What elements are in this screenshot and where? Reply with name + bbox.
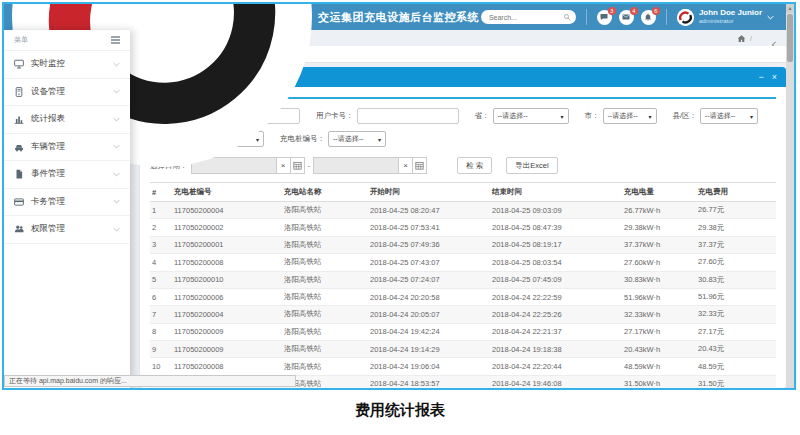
user-avatar: [677, 9, 694, 26]
table-cell: 2018-04-25 09:03:09: [490, 202, 622, 219]
sidebar-item-label: 卡务管理: [31, 196, 106, 208]
sidebar-item-card-management[interactable]: 卡务管理: [4, 189, 130, 217]
table-cell: 2018-04-24 19:18:38: [490, 341, 622, 358]
table-cell: 2018-04-24 20:20:58: [368, 288, 490, 305]
table-cell: 27.17kW·h: [622, 323, 696, 340]
table-cell: 51.96kW·h: [622, 288, 696, 305]
header-divider: [666, 9, 667, 25]
status-message: 正在等待 api.map.baidu.com 的响应...: [4, 375, 296, 387]
mail-button[interactable]: 4: [619, 10, 634, 25]
table-row: 9117050200009洛阳高铁站2018-04-24 19:14:29201…: [150, 341, 776, 358]
table-cell: 117050200009: [172, 323, 282, 340]
table-cell: 3: [150, 236, 172, 253]
table-cell: 2018-04-25 07:49:36: [368, 236, 490, 253]
table-cell: 117050200004: [172, 202, 282, 219]
table-cell: 洛阳高铁站: [282, 271, 368, 288]
bar-chart-icon: [14, 114, 24, 124]
table-cell: 30.83kW·h: [622, 271, 696, 288]
car-icon: [14, 142, 24, 152]
table-cell: 洛阳高铁站: [282, 219, 368, 236]
sidebar-item-vehicle-management[interactable]: 车辆管理: [4, 134, 130, 162]
table-row: 5117050200010洛阳高铁站2018-04-25 07:24:07201…: [150, 271, 776, 288]
table-cell: 2018-04-24 19:14:29: [368, 341, 490, 358]
column-header: #: [150, 183, 172, 202]
chevron-down-icon: [113, 144, 120, 149]
table-cell: 27.60kW·h: [622, 254, 696, 271]
card-icon: [14, 197, 24, 207]
county-select-label: 县/区：: [673, 111, 698, 121]
user-menu[interactable]: John Doe Junior administrator: [677, 9, 774, 26]
sidebar-menu: 实时监控设备管理统计报表车辆管理事件管理卡务管理权限管理: [4, 51, 130, 244]
sidebar-item-realtime-monitoring[interactable]: 实时监控: [4, 51, 130, 79]
scrollbar[interactable]: ▲: [786, 4, 794, 388]
column-header: 充电桩编号: [172, 183, 282, 202]
table-cell: 洛阳高铁站: [282, 236, 368, 253]
table-cell: 7: [150, 306, 172, 323]
export-excel-button[interactable]: 导出Excel: [506, 157, 557, 174]
fee-table: #充电桩编号充电站名称开始时间结束时间充电电量充电费用 111705020000…: [150, 182, 776, 388]
sidebar-item-label: 实时监控: [31, 58, 106, 70]
table-cell: 31.50元: [696, 375, 776, 388]
monitor-icon: [14, 59, 24, 69]
table-cell: 27.60元: [696, 254, 776, 271]
column-header: 结束时间: [490, 183, 622, 202]
messages-button[interactable]: 3: [597, 10, 612, 25]
table-cell: 6: [150, 288, 172, 305]
table-cell: 2018-04-25 08:19:17: [490, 236, 622, 253]
search-input[interactable]: [489, 14, 560, 21]
collapse-chevron-icon[interactable]: [770, 35, 778, 43]
city-select[interactable]: --请选择--▾: [603, 108, 657, 124]
table-cell: 10: [150, 358, 172, 375]
table-cell: 37.37kW·h: [622, 236, 696, 253]
breadcrumb: /: [737, 34, 752, 43]
table-row: 3117050200001洛阳高铁站2018-04-25 07:49:36201…: [150, 236, 776, 253]
collapse-icon[interactable]: −: [758, 73, 763, 82]
chevron-down-icon: [767, 15, 774, 20]
sidebar-item-event-management[interactable]: 事件管理: [4, 161, 130, 189]
chevron-down-icon: [113, 117, 120, 122]
sidebar-header-label: 菜单: [14, 35, 28, 45]
table-row: 10117050200008洛阳高铁站2018-04-24 19:06:0420…: [150, 358, 776, 375]
table-cell: 洛阳高铁站: [282, 306, 368, 323]
table-cell: 2018-04-25 07:43:07: [368, 254, 490, 271]
table-cell: 2018-04-24 22:22:59: [490, 288, 622, 305]
table-row: 2117050200002洛阳高铁站2018-04-25 07:53:41201…: [150, 219, 776, 236]
notifications: 346: [597, 10, 656, 25]
table-cell: 2018-04-24 19:46:08: [490, 375, 622, 388]
table-cell: 48.59kW·h: [622, 358, 696, 375]
panel-tools: −×: [758, 73, 777, 82]
province-select[interactable]: --请选择--▾: [493, 108, 569, 124]
city-select-label: 市：: [585, 111, 600, 121]
bell-icon: [644, 13, 652, 21]
home-icon[interactable]: [737, 34, 746, 43]
table-cell: 117050200002: [172, 219, 282, 236]
column-header: 充电电量: [622, 183, 696, 202]
user-name: John Doe Junior: [699, 9, 762, 18]
county-select[interactable]: --请选择--▾: [700, 108, 758, 124]
envelope-icon: [622, 13, 630, 21]
header-right: 346 John Doe Junior administrator: [481, 9, 786, 26]
sidebar-item-equipment-management[interactable]: 设备管理: [4, 79, 130, 107]
sidebar-item-label: 车辆管理: [31, 141, 106, 153]
table-cell: 2018-04-25 08:20:47: [368, 202, 490, 219]
breadcrumb-separator: /: [750, 35, 752, 42]
chevron-down-icon: [113, 199, 120, 204]
table-cell: 2018-04-24 22:21:37: [490, 323, 622, 340]
scrollbar-up-arrow[interactable]: ▲: [786, 4, 794, 13]
user-role: administrator: [699, 18, 762, 25]
table-row: 6117050200006洛阳高铁站2018-04-24 20:20:58201…: [150, 288, 776, 305]
table-cell: 2018-04-24 19:06:04: [368, 358, 490, 375]
table-row: 7117050200004洛阳高铁站2018-04-24 20:05:07201…: [150, 306, 776, 323]
sidebar-item-label: 权限管理: [31, 223, 106, 235]
sidebar-item-permission-management[interactable]: 权限管理: [4, 216, 130, 244]
hamburger-icon[interactable]: [111, 36, 120, 44]
table-cell: 洛阳高铁站: [282, 254, 368, 271]
table-cell: 29.38元: [696, 219, 776, 236]
alerts-button[interactable]: 6: [641, 10, 656, 25]
close-icon[interactable]: ×: [772, 73, 777, 82]
scrollbar-thumb[interactable]: [787, 14, 793, 62]
notification-badge: 6: [652, 7, 660, 15]
sidebar-item-statistics-reports[interactable]: 统计报表: [4, 106, 130, 134]
table-cell: 洛阳高铁站: [282, 341, 368, 358]
header-divider: [586, 9, 587, 25]
